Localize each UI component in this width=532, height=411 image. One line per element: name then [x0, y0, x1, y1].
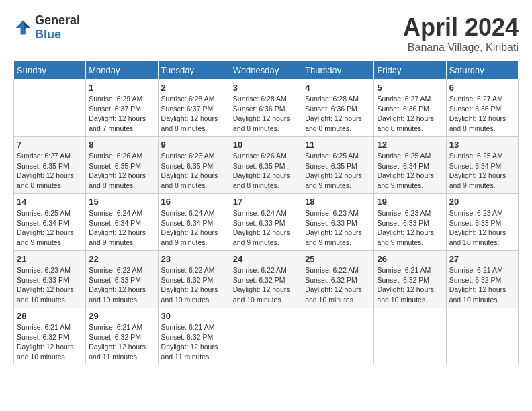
- day-number: 18: [305, 197, 371, 207]
- calendar-cell: 3Sunrise: 6:28 AM Sunset: 6:36 PM Daylig…: [230, 80, 302, 137]
- day-number: 2: [161, 83, 227, 93]
- weekday-header-row: SundayMondayTuesdayWednesdayThursdayFrid…: [14, 61, 519, 80]
- day-number: 7: [17, 140, 83, 150]
- day-number: 6: [449, 83, 515, 93]
- day-number: 10: [233, 140, 299, 150]
- logo-blue: Blue: [35, 28, 61, 41]
- calendar-cell: 22Sunrise: 6:22 AM Sunset: 6:33 PM Dayli…: [86, 251, 158, 308]
- calendar-cell: 21Sunrise: 6:23 AM Sunset: 6:33 PM Dayli…: [14, 251, 86, 308]
- location-subtitle: Banana Village, Kiribati: [403, 42, 519, 54]
- calendar-cell: [374, 308, 446, 365]
- calendar-cell: [446, 308, 518, 365]
- day-info: Sunrise: 6:25 AM Sunset: 6:34 PM Dayligh…: [449, 151, 515, 191]
- day-info: Sunrise: 6:21 AM Sunset: 6:32 PM Dayligh…: [17, 322, 83, 362]
- calendar-cell: 19Sunrise: 6:23 AM Sunset: 6:33 PM Dayli…: [374, 194, 446, 251]
- calendar-cell: 26Sunrise: 6:21 AM Sunset: 6:32 PM Dayli…: [374, 251, 446, 308]
- calendar-cell: 17Sunrise: 6:24 AM Sunset: 6:33 PM Dayli…: [230, 194, 302, 251]
- logo-icon: [13, 18, 32, 37]
- calendar-cell: 8Sunrise: 6:26 AM Sunset: 6:35 PM Daylig…: [86, 137, 158, 194]
- day-number: 20: [449, 197, 515, 207]
- day-number: 17: [233, 197, 299, 207]
- calendar-cell: 27Sunrise: 6:21 AM Sunset: 6:32 PM Dayli…: [446, 251, 518, 308]
- calendar-cell: 4Sunrise: 6:28 AM Sunset: 6:36 PM Daylig…: [302, 80, 374, 137]
- day-info: Sunrise: 6:27 AM Sunset: 6:36 PM Dayligh…: [449, 94, 515, 134]
- calendar-cell: 9Sunrise: 6:26 AM Sunset: 6:35 PM Daylig…: [158, 137, 230, 194]
- weekday-header: Monday: [86, 61, 158, 80]
- calendar-table: SundayMondayTuesdayWednesdayThursdayFrid…: [13, 60, 519, 365]
- day-number: 12: [377, 140, 443, 150]
- calendar-week-row: 7Sunrise: 6:27 AM Sunset: 6:35 PM Daylig…: [14, 137, 519, 194]
- day-number: 9: [161, 140, 227, 150]
- day-number: 4: [305, 83, 371, 93]
- day-info: Sunrise: 6:25 AM Sunset: 6:35 PM Dayligh…: [305, 151, 371, 191]
- month-year-title: April 2024: [403, 13, 519, 42]
- day-info: Sunrise: 6:23 AM Sunset: 6:33 PM Dayligh…: [377, 208, 443, 248]
- day-info: Sunrise: 6:21 AM Sunset: 6:32 PM Dayligh…: [89, 322, 154, 362]
- calendar-cell: [230, 308, 302, 365]
- day-info: Sunrise: 6:22 AM Sunset: 6:32 PM Dayligh…: [305, 265, 371, 305]
- day-info: Sunrise: 6:22 AM Sunset: 6:32 PM Dayligh…: [161, 265, 227, 305]
- day-number: 28: [17, 311, 83, 321]
- calendar-cell: 30Sunrise: 6:21 AM Sunset: 6:32 PM Dayli…: [158, 308, 230, 365]
- weekday-header: Saturday: [446, 61, 518, 80]
- calendar-cell: 15Sunrise: 6:24 AM Sunset: 6:34 PM Dayli…: [86, 194, 158, 251]
- calendar-cell: 16Sunrise: 6:24 AM Sunset: 6:34 PM Dayli…: [158, 194, 230, 251]
- day-number: 8: [89, 140, 154, 150]
- day-info: Sunrise: 6:24 AM Sunset: 6:34 PM Dayligh…: [161, 208, 227, 248]
- day-info: Sunrise: 6:22 AM Sunset: 6:32 PM Dayligh…: [233, 265, 299, 305]
- day-number: 23: [161, 254, 227, 264]
- calendar-cell: 29Sunrise: 6:21 AM Sunset: 6:32 PM Dayli…: [86, 308, 158, 365]
- day-info: Sunrise: 6:27 AM Sunset: 6:35 PM Dayligh…: [17, 151, 83, 191]
- calendar-cell: 2Sunrise: 6:28 AM Sunset: 6:37 PM Daylig…: [158, 80, 230, 137]
- calendar-cell: 13Sunrise: 6:25 AM Sunset: 6:34 PM Dayli…: [446, 137, 518, 194]
- calendar-week-row: 21Sunrise: 6:23 AM Sunset: 6:33 PM Dayli…: [14, 251, 519, 308]
- calendar-cell: 23Sunrise: 6:22 AM Sunset: 6:32 PM Dayli…: [158, 251, 230, 308]
- day-info: Sunrise: 6:23 AM Sunset: 6:33 PM Dayligh…: [17, 265, 83, 305]
- day-number: 27: [449, 254, 515, 264]
- day-number: 19: [377, 197, 443, 207]
- day-info: Sunrise: 6:29 AM Sunset: 6:37 PM Dayligh…: [89, 94, 154, 134]
- day-info: Sunrise: 6:25 AM Sunset: 6:34 PM Dayligh…: [377, 151, 443, 191]
- day-info: Sunrise: 6:26 AM Sunset: 6:35 PM Dayligh…: [161, 151, 227, 191]
- title-block: April 2024 Banana Village, Kiribati: [403, 13, 519, 54]
- calendar-cell: 18Sunrise: 6:23 AM Sunset: 6:33 PM Dayli…: [302, 194, 374, 251]
- day-number: 3: [233, 83, 299, 93]
- calendar-cell: 10Sunrise: 6:26 AM Sunset: 6:35 PM Dayli…: [230, 137, 302, 194]
- calendar-cell: 14Sunrise: 6:25 AM Sunset: 6:34 PM Dayli…: [14, 194, 86, 251]
- day-info: Sunrise: 6:21 AM Sunset: 6:32 PM Dayligh…: [377, 265, 443, 305]
- calendar-cell: 6Sunrise: 6:27 AM Sunset: 6:36 PM Daylig…: [446, 80, 518, 137]
- weekday-header: Thursday: [302, 61, 374, 80]
- day-number: 29: [89, 311, 154, 321]
- calendar-cell: 11Sunrise: 6:25 AM Sunset: 6:35 PM Dayli…: [302, 137, 374, 194]
- day-number: 13: [449, 140, 515, 150]
- day-info: Sunrise: 6:28 AM Sunset: 6:36 PM Dayligh…: [233, 94, 299, 134]
- day-number: 30: [161, 311, 227, 321]
- calendar-cell: 24Sunrise: 6:22 AM Sunset: 6:32 PM Dayli…: [230, 251, 302, 308]
- calendar-cell: 12Sunrise: 6:25 AM Sunset: 6:34 PM Dayli…: [374, 137, 446, 194]
- day-info: Sunrise: 6:24 AM Sunset: 6:33 PM Dayligh…: [233, 208, 299, 248]
- day-info: Sunrise: 6:22 AM Sunset: 6:33 PM Dayligh…: [89, 265, 154, 305]
- calendar-cell: 20Sunrise: 6:23 AM Sunset: 6:33 PM Dayli…: [446, 194, 518, 251]
- calendar-cell: [302, 308, 374, 365]
- day-info: Sunrise: 6:26 AM Sunset: 6:35 PM Dayligh…: [89, 151, 154, 191]
- day-info: Sunrise: 6:28 AM Sunset: 6:37 PM Dayligh…: [161, 94, 227, 134]
- day-number: 15: [89, 197, 154, 207]
- weekday-header: Wednesday: [230, 61, 302, 80]
- page-header: General Blue April 2024 Banana Village, …: [13, 13, 519, 54]
- day-number: 5: [377, 83, 443, 93]
- day-number: 11: [305, 140, 371, 150]
- calendar-week-row: 14Sunrise: 6:25 AM Sunset: 6:34 PM Dayli…: [14, 194, 519, 251]
- day-info: Sunrise: 6:23 AM Sunset: 6:33 PM Dayligh…: [305, 208, 371, 248]
- calendar-week-row: 28Sunrise: 6:21 AM Sunset: 6:32 PM Dayli…: [14, 308, 519, 365]
- weekday-header: Tuesday: [158, 61, 230, 80]
- day-info: Sunrise: 6:27 AM Sunset: 6:36 PM Dayligh…: [377, 94, 443, 134]
- day-number: 25: [305, 254, 371, 264]
- day-info: Sunrise: 6:26 AM Sunset: 6:35 PM Dayligh…: [233, 151, 299, 191]
- calendar-cell: 25Sunrise: 6:22 AM Sunset: 6:32 PM Dayli…: [302, 251, 374, 308]
- day-number: 26: [377, 254, 443, 264]
- day-info: Sunrise: 6:28 AM Sunset: 6:36 PM Dayligh…: [305, 94, 371, 134]
- day-number: 22: [89, 254, 154, 264]
- logo: General Blue: [13, 13, 80, 42]
- day-number: 16: [161, 197, 227, 207]
- weekday-header: Friday: [374, 61, 446, 80]
